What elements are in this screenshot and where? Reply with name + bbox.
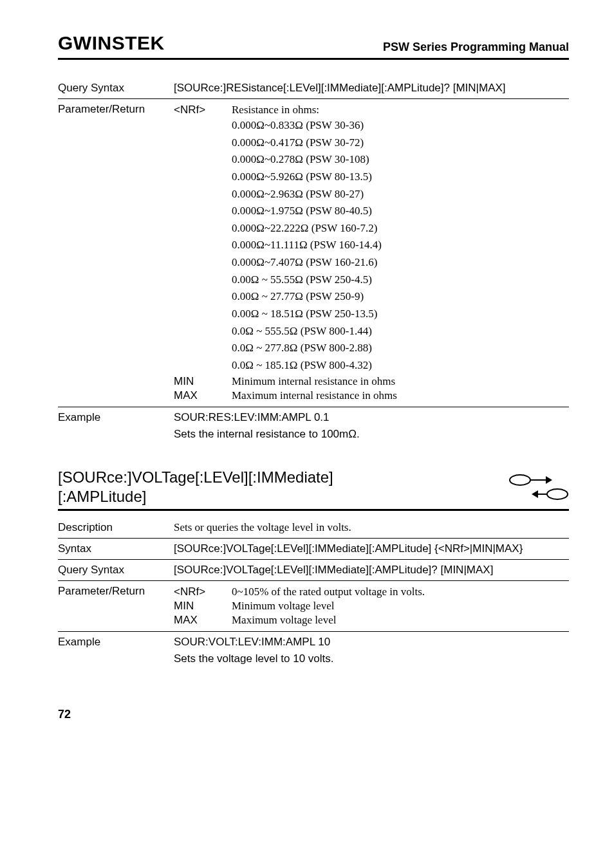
list-item: 0.000Ω~0.278Ω (PSW 30-108) <box>232 152 569 168</box>
max-val-2: Maximum voltage level <box>232 614 569 627</box>
nrf-key: <NRf> <box>174 104 232 116</box>
example-content: SOUR:RES:LEV:IMM:AMPL 0.1 Sets the inter… <box>174 411 569 441</box>
query-syntax-label-2: Query Syntax <box>58 564 174 577</box>
query-syntax-value: [SOURce:]RESistance[:LEVel][:IMMediate][… <box>174 82 569 95</box>
example-label-2: Example <box>58 636 174 649</box>
list-item: 0.000Ω~5.926Ω (PSW 80-13.5) <box>232 169 569 185</box>
max-key-2: MAX <box>174 614 232 627</box>
list-item: 0.0Ω ~ 555.5Ω (PSW 800-1.44) <box>232 324 569 340</box>
parameter-return-label: Parameter/Return <box>58 103 174 116</box>
list-item: 0.00Ω ~ 27.77Ω (PSW 250-9) <box>232 289 569 305</box>
list-item: 0.000Ω~0.833Ω (PSW 30-36) <box>232 118 569 134</box>
page-number: 72 <box>58 708 569 721</box>
section-title-line1: [SOURce:]VOLTage[:LEVel][:IMMediate] <box>58 468 333 487</box>
list-item: 0.000Ω~0.417Ω (PSW 30-72) <box>232 135 569 151</box>
example-cmd-2: SOUR:VOLT:LEV:IMM:AMPL 10 <box>174 636 569 649</box>
page-header: GWINSTEK PSW Series Programming Manual <box>58 32 569 60</box>
list-item: 0.000Ω~1.975Ω (PSW 80-40.5) <box>232 203 569 219</box>
min-val-2: Minimum voltage level <box>232 600 569 613</box>
query-syntax-label: Query Syntax <box>58 82 174 95</box>
min-key: MIN <box>174 375 232 388</box>
description-value: Sets or queries the voltage level in vol… <box>174 521 569 534</box>
parameter-return-row-2: Parameter/Return <NRf> 0~105% of the rat… <box>58 581 569 632</box>
list-item: 0.000Ω~7.407Ω (PSW 160-21.6) <box>232 255 569 271</box>
min-val: Minimum internal resistance in ohms <box>232 375 569 388</box>
example-cmd: SOUR:RES:LEV:IMM:AMPL 0.1 <box>174 411 569 424</box>
nrf-val-2: 0~105% of the rated output voltage in vo… <box>232 586 569 598</box>
section-heading: [SOURce:]VOLTage[:LEVel][:IMMediate] [:A… <box>58 468 569 511</box>
list-item: 0.00Ω ~ 55.55Ω (PSW 250-4.5) <box>232 272 569 288</box>
set-query-icon <box>505 473 569 501</box>
example-label: Example <box>58 411 174 424</box>
query-syntax-row-2: Query Syntax [SOURce:]VOLTage[:LEVel][:I… <box>58 560 569 581</box>
syntax-label: Syntax <box>58 542 174 555</box>
syntax-value: [SOURce:]VOLTage[:LEVel][:IMMediate][:AM… <box>174 542 569 555</box>
parameter-return-content-2: <NRf> 0~105% of the rated output voltage… <box>174 585 569 627</box>
list-item: 0.000Ω~22.222Ω (PSW 160-7.2) <box>232 221 569 237</box>
nrf-key-2: <NRf> <box>174 586 232 598</box>
list-item: 0.000Ω~11.111Ω (PSW 160-14.4) <box>232 237 569 254</box>
description-label: Description <box>58 521 174 534</box>
example-row: Example SOUR:RES:LEV:IMM:AMPL 0.1 Sets t… <box>58 407 569 445</box>
min-key-2: MIN <box>174 600 232 613</box>
list-item: 0.0Ω ~ 277.8Ω (PSW 800-2.88) <box>232 340 569 356</box>
example-desc-2: Sets the voltage level to 10 volts. <box>174 652 569 665</box>
svg-point-3 <box>547 489 568 499</box>
max-val: Maximum internal resistance in ohms <box>232 389 569 402</box>
document-title: PSW Series Programming Manual <box>383 41 569 54</box>
example-row-2: Example SOUR:VOLT:LEV:IMM:AMPL 10 Sets t… <box>58 632 569 669</box>
description-row: Description Sets or queries the voltage … <box>58 517 569 539</box>
list-item: 0.0Ω ~ 185.1Ω (PSW 800-4.32) <box>232 358 569 374</box>
query-syntax-row: Query Syntax [SOURce:]RESistance[:LEVel]… <box>58 78 569 99</box>
example-desc: Sets the internal resistance to 100mΩ. <box>174 428 569 441</box>
svg-point-0 <box>510 475 530 485</box>
nrf-desc: Resistance in ohms: <box>232 104 569 116</box>
list-item: 0.00Ω ~ 18.51Ω (PSW 250-13.5) <box>232 306 569 322</box>
list-item: 0.000Ω~2.963Ω (PSW 80-27) <box>232 187 569 203</box>
section-title-line2: [:AMPLitude] <box>58 487 333 506</box>
parameter-return-row: Parameter/Return <NRf> Resistance in ohm… <box>58 99 569 407</box>
parameter-return-label-2: Parameter/Return <box>58 585 174 598</box>
syntax-row: Syntax [SOURce:]VOLTage[:LEVel][:IMMedia… <box>58 539 569 560</box>
brand-logo: GWINSTEK <box>58 32 165 54</box>
example-content-2: SOUR:VOLT:LEV:IMM:AMPL 10 Sets the volta… <box>174 636 569 665</box>
max-key: MAX <box>174 389 232 402</box>
section-title: [SOURce:]VOLTage[:LEVel][:IMMediate] [:A… <box>58 468 333 506</box>
parameter-return-content: <NRf> Resistance in ohms: 0.000Ω~0.833Ω … <box>174 103 569 403</box>
resistance-list: 0.000Ω~0.833Ω (PSW 30-36) 0.000Ω~0.417Ω … <box>174 117 569 374</box>
query-syntax-value-2: [SOURce:]VOLTage[:LEVel][:IMMediate][:AM… <box>174 564 569 577</box>
